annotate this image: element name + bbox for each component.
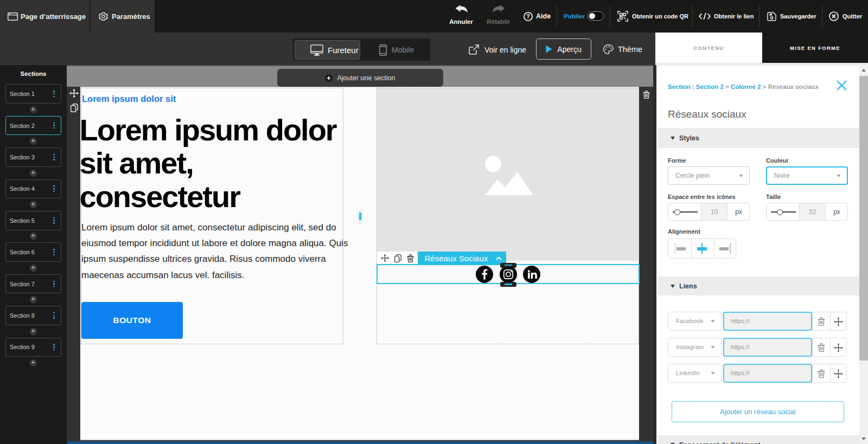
svg-text:?: ? — [526, 14, 529, 20]
